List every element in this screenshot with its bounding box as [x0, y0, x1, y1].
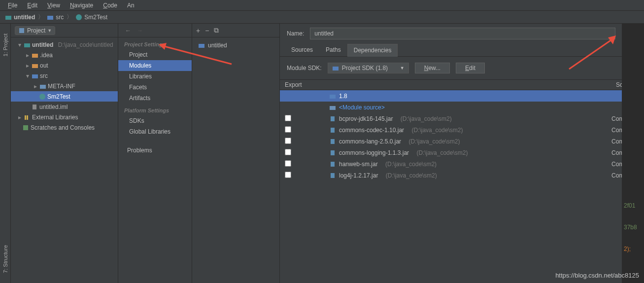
tree-src[interactable]: ▾ src — [11, 71, 118, 81]
settings-item-modules[interactable]: Modules — [118, 60, 192, 71]
settings-item-sdks[interactable]: SDKs — [118, 115, 192, 126]
dependency-row-module-source[interactable]: <Module source> — [280, 102, 644, 113]
expand-icon[interactable]: ▾ — [25, 72, 30, 79]
dependency-row-jar[interactable]: commons-lang-2.5.0.jar (D:\java_code\sm2… — [280, 136, 644, 147]
chevron-right-icon: 〉 — [38, 13, 44, 21]
menu-edit[interactable]: Edit — [23, 1, 41, 10]
svg-rect-14 — [199, 44, 204, 48]
svg-rect-18 — [331, 116, 335, 121]
scratch-icon — [22, 124, 29, 131]
settings-item-global-libs[interactable]: Global Libraries — [118, 126, 192, 137]
tree-external-libraries[interactable]: ▸ External Libraries — [11, 112, 118, 122]
tab-dependencies[interactable]: Dependencies — [347, 44, 398, 57]
menu-navigate[interactable]: Navigate — [66, 1, 97, 10]
export-checkbox[interactable] — [285, 172, 291, 178]
menu-analyze[interactable]: An — [123, 1, 138, 10]
svg-rect-8 — [40, 85, 46, 89]
project-panel: Project ▼ ▾ untitled D:\java_code\untitl… — [11, 24, 118, 283]
svg-rect-22 — [331, 162, 335, 167]
expand-icon[interactable]: ▸ — [25, 52, 30, 59]
edit-sdk-button[interactable]: Edit — [456, 63, 485, 73]
breadcrumb-src[interactable]: src — [47, 14, 64, 21]
expand-icon[interactable]: ▸ — [17, 114, 22, 121]
dependency-row-sdk[interactable]: 1.8 — [280, 90, 644, 102]
expand-icon[interactable]: ▾ — [17, 41, 22, 48]
copy-module-button[interactable]: ⧉ — [214, 26, 219, 35]
svg-rect-0 — [5, 16, 11, 20]
tab-paths[interactable]: Paths — [319, 43, 347, 56]
settings-group-project: Project Settings — [118, 37, 192, 49]
dependency-row-jar[interactable]: commons-codec-1.10.jar (D:\java_code\sm2… — [280, 124, 644, 136]
tree-root[interactable]: ▾ untitled D:\java_code\untitled — [11, 39, 118, 50]
module-item[interactable]: untitled — [192, 40, 279, 50]
folder-icon — [39, 83, 46, 90]
settings-item-libraries[interactable]: Libraries — [118, 71, 192, 82]
jar-icon — [329, 149, 336, 156]
menu-view[interactable]: View — [43, 1, 64, 10]
folder-icon — [32, 62, 38, 69]
svg-rect-16 — [330, 95, 336, 99]
svg-point-9 — [39, 94, 45, 100]
export-checkbox[interactable] — [285, 149, 291, 155]
settings-item-facets[interactable]: Facets — [118, 82, 192, 93]
tree-iml[interactable]: untitled.iml — [11, 102, 118, 112]
dependency-row-jar[interactable]: bcprov-jdk16-145.jar (D:\java_code\sm2) … — [280, 113, 644, 124]
settings-item-project[interactable]: Project — [118, 49, 192, 60]
module-icon — [198, 42, 205, 49]
export-checkbox[interactable] — [285, 126, 291, 133]
tab-sources[interactable]: Sources — [285, 43, 319, 56]
svg-rect-13 — [23, 125, 28, 130]
export-checkbox[interactable] — [285, 160, 291, 167]
svg-rect-15 — [333, 67, 339, 71]
file-icon — [31, 104, 38, 110]
svg-rect-20 — [331, 139, 335, 144]
export-checkbox[interactable] — [285, 115, 291, 121]
dependency-row-jar[interactable]: hanweb-sm.jar (D:\java_code\sm2) Compile… — [280, 158, 644, 170]
forward-button[interactable]: → — [134, 27, 146, 34]
svg-rect-21 — [331, 150, 335, 155]
chevron-right-icon: 〉 — [67, 13, 72, 21]
menu-file[interactable]: FFileile — [4, 1, 21, 10]
jar-icon — [329, 172, 336, 179]
header-export[interactable]: Export — [280, 81, 305, 88]
sdk-icon — [329, 93, 336, 100]
dependencies-header: Export Scope — [280, 79, 644, 90]
breadcrumb-project[interactable]: untitled — [5, 14, 35, 21]
jar-icon — [329, 115, 336, 122]
expand-icon[interactable]: ▸ — [25, 62, 30, 69]
toolwin-project[interactable]: 1: Project — [2, 34, 8, 56]
expand-icon[interactable]: ▸ — [33, 83, 38, 90]
folder-icon — [5, 14, 12, 21]
tree-idea[interactable]: ▸ .idea — [11, 50, 118, 60]
tree-metainf[interactable]: ▸ META-INF — [11, 81, 118, 91]
folder-icon — [329, 104, 336, 111]
tree-scratches[interactable]: Scratches and Consoles — [11, 122, 118, 133]
back-button[interactable]: ← — [122, 27, 134, 34]
menu-code[interactable]: Code — [99, 1, 121, 10]
settings-item-artifacts[interactable]: Artifacts — [118, 93, 192, 104]
toolwin-structure[interactable]: 7: Structure — [2, 245, 8, 273]
tree-sm2test[interactable]: Sm2Test — [11, 91, 118, 102]
tree-out[interactable]: ▸ out — [11, 60, 118, 71]
module-name-input[interactable] — [310, 28, 615, 39]
settings-nav: ← → — [118, 24, 192, 37]
settings-item-problems[interactable]: Problems — [118, 145, 192, 156]
module-sdk-label: Module SDK: — [287, 65, 322, 71]
project-tree[interactable]: ▾ untitled D:\java_code\untitled ▸ .idea… — [11, 37, 118, 135]
settings-sidebar: ← → Project Settings Project Modules Lib… — [118, 24, 192, 283]
add-module-button[interactable]: + — [196, 27, 200, 35]
project-icon — [18, 27, 25, 34]
dependency-row-jar[interactable]: commons-logging-1.1.3.jar (D:\java_code\… — [280, 147, 644, 158]
svg-rect-17 — [330, 106, 336, 110]
remove-module-button[interactable]: − — [205, 27, 209, 35]
module-sdk-select[interactable]: Project SDK (1.8) ▼ — [328, 63, 409, 73]
dependency-row-jar[interactable]: log4j-1.2.17.jar (D:\java_code\sm2) Comp… — [280, 170, 644, 181]
jar-icon — [329, 127, 336, 134]
breadcrumb-class[interactable]: Sm2Test — [75, 14, 107, 21]
folder-icon — [32, 52, 38, 59]
watermark: https://blog.csdn.net/abc8125 — [555, 272, 639, 279]
export-checkbox[interactable] — [285, 138, 291, 144]
module-editor: Name: Sources Paths Dependencies Module … — [280, 24, 644, 283]
project-view-selector[interactable]: Project ▼ — [15, 26, 55, 35]
new-sdk-button[interactable]: New... — [415, 63, 450, 73]
